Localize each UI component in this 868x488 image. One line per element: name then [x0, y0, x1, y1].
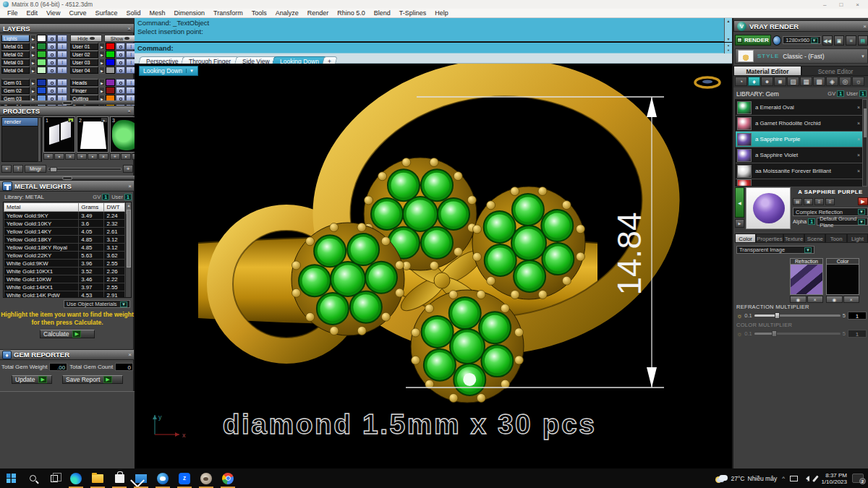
thumb-delete-button[interactable]: × — [98, 153, 109, 160]
menu-dimension[interactable]: Dimension — [169, 9, 209, 17]
transparent-image-dropdown[interactable]: Transparent Image▼ — [736, 246, 814, 254]
menu-blend[interactable]: Blend — [370, 9, 395, 17]
layer-visibility-toggle[interactable]: I — [57, 67, 67, 74]
close-button[interactable]: × — [856, 1, 859, 8]
thumb-add-button[interactable]: + — [43, 153, 54, 160]
projects-list[interactable]: render — [1, 117, 42, 162]
layer-metal-04[interactable]: Metal 04 — [1, 67, 30, 74]
remove-material-icon[interactable]: × — [857, 153, 860, 158]
lock-icon[interactable] — [116, 51, 126, 58]
thumb-lock-button[interactable]: ▪ — [54, 153, 64, 160]
vray-header[interactable]: V VRAY RENDER × — [733, 20, 868, 32]
refraction-slider[interactable] — [754, 314, 841, 317]
project-add-button[interactable]: + — [1, 165, 12, 173]
material-item-a-emerald-oval[interactable]: a Emerald Oval× — [736, 100, 863, 116]
layer-color-swatch[interactable] — [106, 67, 115, 74]
layer-color-swatch[interactable] — [37, 35, 46, 42]
layer-expand-icon[interactable]: ▶ — [30, 35, 36, 42]
column-header-metal[interactable]: Metal — [4, 203, 79, 212]
chevron-down-icon[interactable]: ▼ — [861, 54, 865, 59]
project-thumbnail-2[interactable]: 2▶+▪× — [77, 116, 109, 164]
volume-icon[interactable] — [803, 476, 809, 481]
chrome-icon[interactable] — [217, 468, 239, 488]
project-item-render[interactable]: render — [2, 118, 41, 127]
layer-heads[interactable]: Heads — [70, 79, 98, 86]
layer-expand-icon[interactable]: ▶ — [30, 59, 36, 66]
menu-curve[interactable]: Curve — [64, 9, 90, 17]
layer-visibility-toggle[interactable]: I — [57, 51, 67, 58]
close-icon[interactable]: × — [863, 23, 868, 30]
lock-icon[interactable] — [47, 67, 57, 74]
project-thumbnail-1[interactable]: 1▶+▪× — [43, 116, 75, 164]
command-history[interactable]: Command: _TextObject Select insertion po… — [135, 18, 732, 42]
menu-t-splines[interactable]: T-Splines — [395, 9, 431, 17]
layer-lights[interactable]: Lights — [1, 35, 30, 42]
render-options-icon[interactable]: ≡ — [846, 35, 856, 46]
thumb-add-button[interactable]: + — [77, 153, 87, 160]
table-row[interactable]: White Gold:9KW3.962.55 — [4, 260, 125, 267]
material-item-partial[interactable] — [736, 179, 863, 187]
texture-material-icon[interactable]: ▦ — [800, 77, 812, 86]
layer-expand-icon[interactable]: ▶ — [30, 67, 36, 74]
layer-metal-03[interactable]: Metal 03 — [1, 59, 30, 66]
pen-icon[interactable] — [812, 475, 818, 481]
lock-icon[interactable] — [116, 59, 126, 66]
command-input[interactable]: Command: ▲▼ — [135, 43, 732, 53]
lock-icon[interactable] — [116, 43, 126, 50]
render-region-icon[interactable]: ▣ — [834, 35, 844, 46]
layer-expand-icon[interactable]: ▶ — [99, 87, 105, 94]
subtab-properties[interactable]: Properties — [756, 234, 783, 243]
material-scrollbar[interactable] — [862, 99, 867, 187]
close-icon[interactable]: × — [128, 351, 134, 358]
layer-expand-icon[interactable]: ▶ — [99, 43, 105, 50]
thumbnail-size-slider[interactable] — [48, 168, 122, 171]
edge-icon[interactable] — [65, 468, 87, 488]
export-material-icon[interactable]: ◎ — [839, 77, 851, 86]
clock[interactable]: 8:37 PM 1/10/2023 — [821, 472, 847, 485]
metal-weights-header[interactable]: METAL WEIGHTS × — [0, 180, 135, 192]
mail-icon[interactable] — [130, 468, 152, 488]
layer-expand-icon[interactable]: ▶ — [99, 59, 105, 66]
material-item-a-sapphire-violet[interactable]: a Sapphire Violet× — [736, 147, 863, 163]
use-object-materials-dropdown[interactable]: Use Object Materials▼ — [64, 300, 130, 308]
store-icon[interactable] — [109, 468, 130, 488]
gv-toggle[interactable]: GV1 — [827, 90, 844, 97]
user-toggle[interactable]: User1 — [111, 194, 132, 200]
thumbnail-play-icon[interactable]: ▶ — [68, 118, 74, 122]
save-report-button[interactable]: Save Report▶ — [62, 375, 123, 384]
explorer-icon[interactable] — [87, 468, 109, 488]
show-button[interactable]: Show — [104, 35, 136, 42]
gem-material-icon[interactable]: ♦ — [748, 77, 760, 86]
maximize-button[interactable]: □ — [839, 1, 843, 8]
layer-color-swatch[interactable] — [106, 87, 115, 94]
clear-icon[interactable]: × — [843, 296, 860, 303]
minimize-button[interactable]: – — [823, 1, 826, 8]
thumb-delete-button[interactable]: × — [65, 153, 75, 160]
menu-help[interactable]: Help — [430, 9, 453, 17]
color-picker-icon[interactable]: ◉ — [790, 296, 807, 303]
lock-icon[interactable] — [47, 35, 57, 42]
menu-tools[interactable]: Tools — [247, 9, 271, 17]
layer-expand-icon[interactable]: ▶ — [99, 79, 105, 86]
remove-material-icon[interactable]: × — [857, 137, 860, 142]
layer-visibility-toggle[interactable]: I — [57, 59, 67, 66]
close-icon[interactable]: × — [128, 183, 134, 189]
command-spinner[interactable]: ▲▼ — [724, 43, 732, 53]
lock-icon[interactable] — [47, 59, 57, 66]
layer-metal-02[interactable]: Metal 02 — [1, 51, 30, 58]
lock-icon[interactable] — [47, 51, 57, 58]
layer-expand-icon[interactable]: ▶ — [99, 51, 105, 58]
resolution-dropdown[interactable]: 1280x960▼ — [783, 36, 820, 44]
menu-analyze[interactable]: Analyze — [271, 9, 303, 17]
subtab-texture[interactable]: Texture — [783, 234, 804, 243]
style-selector[interactable]: STYLE Classic - (Fast) ▼ — [735, 48, 868, 64]
refraction-image[interactable] — [790, 265, 823, 295]
column-header-dwt[interactable]: DWT — [104, 203, 125, 212]
render-history-icon[interactable]: ◀◀ — [822, 35, 833, 46]
taskview-icon[interactable] — [43, 468, 65, 488]
network-icon[interactable] — [790, 476, 798, 481]
metal-weights-table[interactable]: MetalGramsDWTYellow Gold:9KY3.492.24Yell… — [3, 202, 132, 298]
update-button[interactable]: Update▶ — [12, 375, 52, 384]
remove-material-icon[interactable]: × — [857, 105, 860, 110]
table-row[interactable]: Yellow Gold:14KY4.052.61 — [4, 228, 125, 236]
